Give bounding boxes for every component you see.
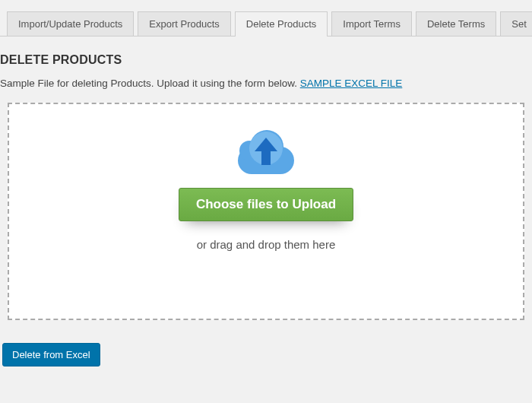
- sample-file-link[interactable]: SAMPLE EXCEL FILE: [300, 78, 403, 89]
- tab-import-terms[interactable]: Import Terms: [331, 11, 412, 36]
- tab-settings[interactable]: Set: [500, 11, 532, 36]
- tab-export-products[interactable]: Export Products: [138, 11, 231, 36]
- tab-bar: Import/Update Products Export Products D…: [0, 0, 532, 36]
- cloud-upload-icon: [238, 130, 294, 176]
- choose-files-button[interactable]: Choose files to Upload: [179, 188, 353, 221]
- delete-from-excel-button[interactable]: Delete from Excel: [2, 343, 100, 367]
- page-description-text: Sample File for deleting Products. Uploa…: [0, 78, 300, 89]
- tab-import-update-products[interactable]: Import/Update Products: [7, 11, 134, 36]
- drag-drop-hint: or drag and drop them here: [197, 238, 336, 251]
- tab-delete-terms[interactable]: Delete Terms: [416, 11, 496, 36]
- page-title: DELETE PRODUCTS: [0, 53, 532, 67]
- page-description: Sample File for deleting Products. Uploa…: [0, 78, 532, 89]
- tab-delete-products[interactable]: Delete Products: [235, 11, 328, 36]
- page-content: DELETE PRODUCTS Sample File for deleting…: [0, 53, 532, 367]
- upload-dropzone[interactable]: Choose files to Upload or drag and drop …: [8, 103, 524, 320]
